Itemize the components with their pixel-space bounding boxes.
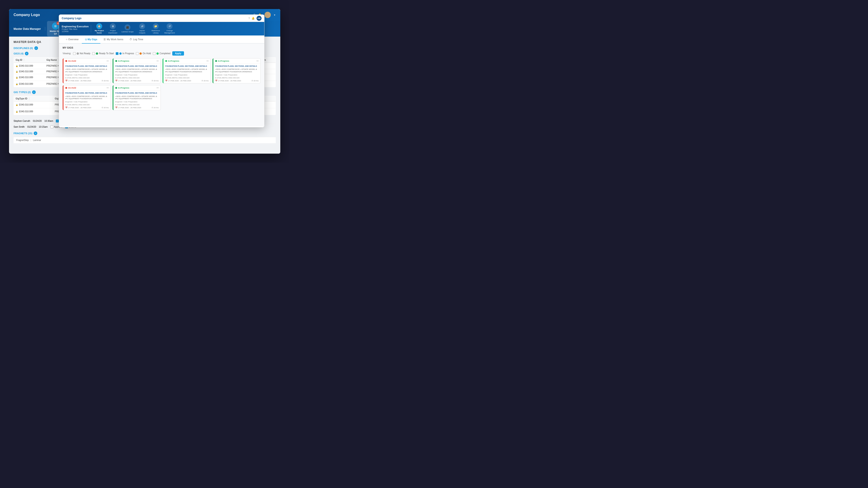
gig-status-6: In-Progress: [115, 87, 129, 89]
gig-menu-1[interactable]: •••: [107, 60, 109, 62]
fragnets-bottom-bar: FragnetStep | Laminar: [13, 137, 276, 143]
gig-menu-6[interactable]: •••: [157, 87, 159, 89]
gig-card-body-4: FOUNDATION PLANS, SECTIONS, AND DETAILS …: [213, 64, 260, 83]
front-window: Company Logo ? 🔔 HB Engineering Executio…: [59, 14, 265, 127]
status-label-1: On-Hold: [68, 60, 76, 62]
gig-menu-5[interactable]: •••: [107, 87, 109, 89]
gig-card-id-6: E.070A.356701.V002.030.020: [115, 104, 159, 106]
gig-card-body-1: FOUNDATION PLANS, SECTIONS, AND DETAILS …: [64, 64, 111, 83]
approver-date-1: 01/24/20: [33, 120, 41, 122]
status-dot-3: [165, 60, 167, 62]
fragnets-add-btn[interactable]: +: [34, 131, 37, 135]
tab-overview[interactable]: ○ Overview: [63, 35, 82, 43]
avatar[interactable]: [265, 12, 271, 18]
completed-checkbox[interactable]: [153, 52, 156, 55]
gig-card-footer-5: 📅 17-FEB-2020 - 20-FEB-2020 ⏱ 20 hrs: [65, 107, 109, 109]
front-nav-inputs-outputs[interactable]: ⇄ Inputs/Outputs: [135, 22, 149, 35]
front-brand-title: Engineering Execution: [62, 25, 89, 28]
gig-hours-3: ⏱ 20 hrs: [202, 80, 209, 82]
gig-card-body-3: FOUNDATION PLANS, SECTIONS, AND DETAILS …: [163, 64, 211, 83]
gig-card-body-2: FOUNDATION PLANS, SECTIONS, AND DETAILS …: [114, 64, 160, 83]
gig-menu-3[interactable]: •••: [207, 60, 209, 62]
front-nav-label-laminar: Laminar Scope: [121, 31, 133, 33]
my-gigs-tab-label: My Gigs: [88, 38, 97, 41]
gig-card-footer-1: 📅 17-FEB-2020 - 20-FEB-2020 ⏱ 20 hrs: [65, 80, 109, 82]
dashboard-icon: ⊞: [110, 23, 116, 29]
my-work-items-tab-label: My Work Items: [107, 38, 123, 41]
gig-status-3: In-Progress: [165, 60, 179, 62]
front-nav-reference-library[interactable]: 📁 ReferenceLibrary: [149, 22, 162, 35]
apply-button[interactable]: Apply: [172, 51, 184, 56]
gig-date-5: 📅 17-FEB-2020 - 20-FEB-2020: [65, 107, 91, 109]
status-dot-6: [115, 87, 117, 89]
reference-library-icon: 📁: [153, 23, 159, 29]
ready-label: Ready To Start: [99, 52, 114, 55]
front-inputs-outputs-icon: ⇄: [139, 23, 145, 29]
front-header: Company Logo ? 🔔 HB: [59, 15, 264, 22]
not-ready-checkbox[interactable]: [73, 52, 76, 55]
gig-types-label[interactable]: GIG TYPES (2): [13, 91, 31, 94]
front-nav-label-ref: ReferenceLibrary: [152, 30, 160, 34]
status-dot-2: [115, 60, 117, 62]
tab-my-gigs[interactable]: ◇ My Gigs: [82, 35, 101, 43]
filter-in-progress: ✓ In Progress: [116, 52, 134, 55]
gig-menu-2[interactable]: •••: [157, 60, 159, 62]
gig-card-title-5: FOUNDATION PLANS, SECTIONS, AND DETAILS: [65, 92, 109, 94]
filter-on-hold: On Hold: [136, 52, 151, 55]
front-nav-my-project-home[interactable]: 🏠 My ProjectHome: [92, 22, 106, 35]
front-nav-project-dashboard[interactable]: ⊞ ProjectDashboard: [106, 22, 120, 35]
front-brand-project: Project Title Here 123456: [62, 28, 89, 33]
front-nav-label-dashboard: ProjectDashboard: [108, 30, 117, 34]
not-ready-dot: [76, 53, 79, 55]
front-nav-label-home: My ProjectHome: [95, 30, 104, 34]
front-nav-change-management[interactable]: ↺ ChangeManagement: [162, 22, 177, 35]
approve-checkbox-1[interactable]: ✓: [56, 120, 59, 123]
disciplines-label[interactable]: DISCIPLINES (0): [13, 47, 33, 50]
tab-my-work-items[interactable]: ☰ My Work Items: [100, 35, 126, 43]
gig-date-6: 📅 17-FEB-2020 - 20-FEB-2020: [115, 107, 141, 109]
approver-date-2: 01/24/20: [27, 126, 36, 128]
gig-types-add-btn[interactable]: +: [32, 90, 36, 94]
gig-card-role-4: Engineer / Calc Preparation: [215, 74, 258, 76]
gig-hours-6: ⏱ 20 hrs: [151, 107, 159, 109]
in-progress-checkbox[interactable]: ✓: [116, 52, 119, 55]
tab-log-time[interactable]: ⏱ Log Time: [126, 35, 146, 43]
completed-label: Completed: [160, 52, 170, 55]
front-nav-laminar-scope[interactable]: ⬛ Laminar Scope: [120, 24, 135, 34]
gig-hours-1: ⏱ 20 hrs: [101, 80, 109, 82]
approver-name-2: Sam Smith: [13, 126, 25, 128]
my-gigs-title: MY GIGS: [63, 46, 260, 49]
gig-card-footer-4: 📅 17-FEB-2020 - 20-FEB-2020 ⏱ 20 hrs: [215, 80, 258, 82]
disciplines-add-btn[interactable]: +: [34, 46, 38, 50]
gigs-label[interactable]: GIGS (4): [13, 52, 24, 55]
front-avatar[interactable]: HB: [256, 16, 261, 21]
gig-date-4: 📅 17-FEB-2020 - 20-FEB-2020: [215, 80, 241, 82]
status-label-3: In-Progress: [168, 60, 179, 62]
on-hold-checkbox[interactable]: [136, 52, 138, 55]
gigs-add-btn[interactable]: +: [25, 52, 29, 55]
gig-card-5: On-Hold ••• FOUNDATION PLANS, SECTIONS, …: [63, 85, 111, 110]
front-help-icon[interactable]: ?: [248, 17, 250, 20]
approver-time-1: 10:30am: [44, 120, 53, 122]
in-progress-label: In Progress: [123, 52, 134, 55]
ready-checkbox[interactable]: [92, 52, 95, 55]
front-bell-icon[interactable]: 🔔: [252, 17, 255, 20]
fragnets-header: FRAGNETS (15) +: [13, 131, 276, 135]
gig-menu-4[interactable]: •••: [256, 60, 258, 62]
gig-card-6: In-Progress ••• FOUNDATION PLANS, SECTIO…: [113, 85, 161, 110]
laminar-scope-icon: ⬛: [125, 24, 130, 30]
gig-card-footer-6: 📅 17-FEB-2020 - 20-FEB-2020 ⏱ 20 hrs: [115, 107, 159, 109]
front-nav-label-change: ChangeManagement: [164, 30, 175, 34]
fragnets-label[interactable]: FRAGNETS (15): [13, 132, 32, 135]
chevron-down-icon[interactable]: ▼: [274, 14, 276, 16]
gig-card-2: In-Progress ••• FOUNDATION PLANS, SECTIO…: [113, 58, 161, 84]
gig-id-cell-2: 🔒E040.010.089: [14, 69, 45, 74]
approve-checkbox-2[interactable]: [51, 125, 53, 128]
back-nav-brand: Master Data Manager: [13, 27, 45, 31]
overview-tab-icon: ○: [66, 38, 67, 41]
gig-card-sub-5: • BOG • BOG COMPRESSOR • UPDATE MODEL & …: [65, 95, 109, 100]
change-management-icon: ↺: [166, 23, 173, 29]
status-label-4: In-Progress: [218, 60, 229, 62]
gig-card-title-2: FOUNDATION PLANS, SECTIONS, AND DETAILS: [115, 65, 159, 67]
ready-dot: [96, 53, 98, 55]
